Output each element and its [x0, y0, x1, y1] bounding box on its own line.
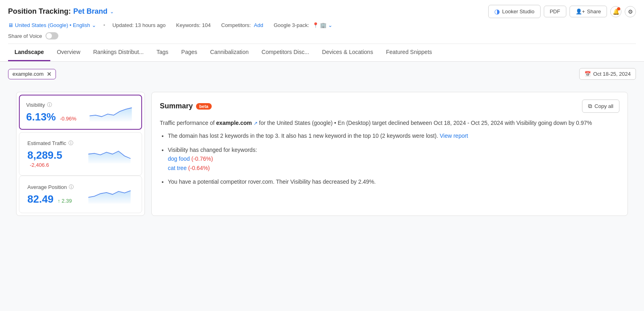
view-report-link[interactable]: View report	[440, 133, 468, 139]
visibility-value-row: 6.13% -0.96%	[26, 111, 76, 123]
share-of-voice-toggle[interactable]	[45, 32, 58, 39]
domain-filter-pill[interactable]: example.com ✕	[8, 69, 56, 79]
tabs-row: Landscape Overview Rankings Distribut...…	[8, 44, 636, 61]
brand-dropdown-icon[interactable]: ⌄	[110, 9, 114, 15]
summary-title-text: Summary	[160, 102, 193, 110]
updated-label: Updated: 13 hours ago	[112, 22, 165, 28]
map-pin-icon: 📍	[312, 22, 319, 28]
top-bar: Position Tracking: Pet Brand ⌄ ◑ Looker …	[0, 0, 644, 62]
share-button[interactable]: 👤+ Share	[570, 6, 607, 17]
google3pack-label: Google 3-pack: 📍 🏢 ⌄	[274, 22, 332, 28]
domain-external-link[interactable]: ↗	[254, 120, 258, 126]
share-icon: 👤+	[576, 8, 585, 15]
brand-name[interactable]: Pet Brand	[73, 7, 107, 16]
meta-row: 🖥 United States (Google) • English ⌄ • U…	[8, 22, 636, 28]
summary-title-area: Summary beta	[160, 102, 212, 110]
share-label: Share	[587, 8, 601, 15]
summary-bullets: The domain has lost 2 keywords in the to…	[168, 131, 618, 186]
notifications-button[interactable]: 🔔	[610, 6, 621, 17]
tab-pages[interactable]: Pages	[175, 44, 204, 61]
metrics-panel: Visibility ⓘ 6.13% -0.96%	[16, 92, 145, 216]
beta-badge: beta	[196, 103, 212, 110]
toggle-knob	[46, 33, 52, 39]
notification-badge	[617, 7, 620, 10]
gear-icon: ⚙	[628, 8, 633, 15]
visibility-card[interactable]: Visibility ⓘ 6.13% -0.96%	[19, 95, 142, 130]
domain-link-text: example.com	[216, 120, 252, 126]
cat-tree-change: (-0.64%)	[188, 165, 210, 171]
summary-scroll-area: Traffic performance of example.com ↗ for…	[160, 118, 619, 191]
traffic-label: Estimated Traffic ⓘ	[27, 140, 85, 147]
tab-cannibalization[interactable]: Cannibalization	[204, 44, 255, 61]
location-label: United States (Google) • English	[15, 22, 90, 28]
pdf-button[interactable]: PDF	[544, 6, 566, 17]
visibility-change: -0.96%	[60, 116, 76, 122]
separator-dot: •	[103, 22, 105, 28]
filter-date-row: example.com ✕ 📅 Oct 18-25, 2024	[8, 68, 636, 80]
average-position-card[interactable]: Average Position ⓘ 82.49 ↑ 2.39	[19, 176, 142, 213]
share-of-voice-row: Share of Voice	[8, 32, 636, 39]
summary-intro-paragraph: Traffic performance of example.com ↗ for…	[160, 118, 618, 127]
position-label: Average Position ⓘ	[27, 184, 74, 191]
visibility-label: Visibility ⓘ	[26, 102, 76, 108]
estimated-traffic-card[interactable]: Estimated Traffic ⓘ 8,289.5 -2,406.6	[19, 132, 142, 176]
looker-studio-label: Looker Studio	[502, 8, 534, 15]
tab-competitors-disc[interactable]: Competitors Disc...	[255, 44, 316, 61]
traffic-info-icon: ⓘ	[68, 140, 73, 147]
date-range-label: Oct 18-25, 2024	[593, 71, 631, 77]
looker-studio-icon: ◑	[494, 8, 500, 15]
traffic-chart	[85, 143, 134, 165]
bullet-item-2: Visibility has changed for keywords: dog…	[168, 145, 618, 172]
location-link[interactable]: 🖥 United States (Google) • English ⌄	[8, 22, 96, 28]
position-value-row: 82.49 ↑ 2.39	[27, 193, 74, 205]
traffic-value-row: 8,289.5 -2,406.6	[27, 149, 85, 168]
visibility-card-left: Visibility ⓘ 6.13% -0.96%	[26, 102, 76, 123]
settings-button[interactable]: ⚙	[625, 6, 636, 17]
visibility-chart	[87, 101, 135, 123]
traffic-change: -2,406.6	[30, 162, 49, 168]
summary-header: Summary beta ⧉ Copy all	[160, 100, 619, 113]
competitors-add-link[interactable]: Add	[254, 22, 263, 28]
keywords-label: Keywords: 104	[176, 22, 211, 28]
tab-landscape[interactable]: Landscape	[8, 44, 50, 61]
position-value: 82.49	[27, 193, 54, 205]
header-row: Position Tracking: Pet Brand ⌄ ◑ Looker …	[8, 5, 636, 18]
top-actions: ◑ Looker Studio PDF 👤+ Share 🔔 ⚙	[488, 5, 636, 18]
monitor-icon: 🖥	[8, 22, 13, 28]
position-chart	[85, 183, 134, 205]
title-area: Position Tracking: Pet Brand ⌄	[8, 7, 114, 16]
traffic-card-left: Estimated Traffic ⓘ 8,289.5 -2,406.6	[27, 140, 85, 168]
position-change: ↑ 2.39	[58, 198, 72, 204]
bullet-item-3: You have a potential competitor rover.co…	[168, 177, 618, 186]
looker-studio-button[interactable]: ◑ Looker Studio	[488, 5, 540, 18]
tab-tags[interactable]: Tags	[150, 44, 175, 61]
domain-filter-close[interactable]: ✕	[47, 71, 52, 77]
traffic-value: 8,289.5	[27, 149, 62, 161]
summary-panel: Summary beta ⧉ Copy all Traffic performa…	[151, 92, 628, 216]
keyword-cat-tree-link[interactable]: cat tree	[168, 165, 187, 171]
metric-cards-container: Visibility ⓘ 6.13% -0.96%	[16, 92, 145, 216]
page-title-static: Position Tracking:	[8, 7, 71, 16]
copy-all-label: Copy all	[594, 103, 613, 109]
position-info-icon: ⓘ	[69, 184, 74, 191]
visibility-info-icon: ⓘ	[47, 102, 52, 108]
domain-filter-value: example.com	[12, 71, 43, 77]
copy-all-button[interactable]: ⧉ Copy all	[582, 100, 619, 113]
tab-devices-locations[interactable]: Devices & Locations	[316, 44, 380, 61]
position-card-left: Average Position ⓘ 82.49 ↑ 2.39	[27, 184, 74, 205]
bullet-item-1: The domain has lost 2 keywords in the to…	[168, 131, 618, 140]
tab-overview[interactable]: Overview	[50, 44, 87, 61]
content-area: example.com ✕ 📅 Oct 18-25, 2024 Visibili…	[0, 62, 644, 222]
share-of-voice-label: Share of Voice	[8, 33, 42, 39]
copy-icon: ⧉	[588, 103, 592, 110]
keyword-dog-food-link[interactable]: dog food	[168, 156, 190, 162]
visibility-value: 6.13%	[26, 111, 56, 123]
google3pack-chevron-icon: ⌄	[328, 22, 332, 28]
tab-featured-snippets[interactable]: Featured Snippets	[380, 44, 438, 61]
building-icon: 🏢	[320, 22, 326, 28]
competitors-label: Competitors: Add	[221, 22, 263, 28]
summary-body: Traffic performance of example.com ↗ for…	[160, 118, 618, 186]
tab-rankings-distribution[interactable]: Rankings Distribut...	[87, 44, 150, 61]
date-range-button[interactable]: 📅 Oct 18-25, 2024	[579, 68, 636, 80]
pdf-label: PDF	[550, 8, 560, 15]
